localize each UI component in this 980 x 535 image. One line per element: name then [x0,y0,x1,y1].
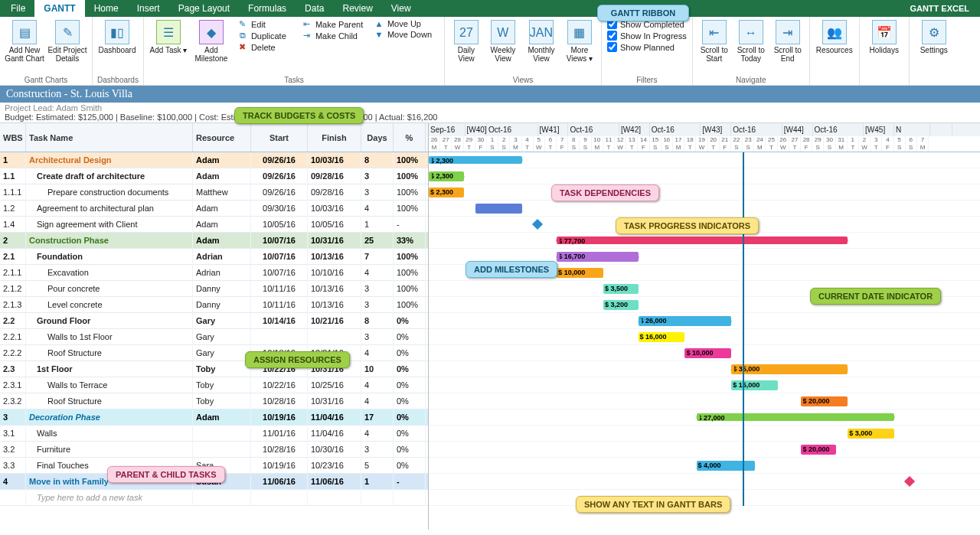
cell-finish[interactable]: 10/10/16 [308,265,361,281]
cell-days[interactable]: 1 [361,474,394,490]
cell-resource[interactable]: Gary [193,345,251,361]
cell-days[interactable]: 3 [361,329,394,345]
cell-finish[interactable]: 10/31/16 [308,393,361,409]
task-row[interactable]: 2.2Ground FloorGary10/14/1610/21/1680% [0,313,428,329]
cell-resource[interactable]: Adrian [193,249,251,265]
cell-pct[interactable]: - [394,217,426,233]
cell-taskname[interactable]: Prepare construction documents [26,184,193,201]
cell-resource[interactable] [193,426,251,442]
task-row[interactable]: 2.1.1ExcavationAdrian10/07/1610/10/16410… [0,265,428,281]
cell-days[interactable]: 5 [361,458,394,474]
gantt-bar[interactable]: $ 2,300 [429,188,464,197]
cell-taskname[interactable]: Furniture [26,442,193,458]
cell-days[interactable]: 3 [361,184,394,201]
cell-resource[interactable]: Adam [193,152,251,168]
delete-button[interactable]: ✖Delete [234,41,296,53]
col-task[interactable]: Task Name [26,123,193,152]
cell-pct[interactable]: 0% [394,458,426,474]
cell-pct[interactable]: 0% [394,345,426,361]
cell-pct[interactable]: 100% [394,201,426,217]
cell-resource[interactable]: Adam [193,409,251,426]
task-row[interactable]: 2.3.2Roof StructureToby10/28/1610/31/164… [0,393,428,409]
cell-pct[interactable]: 0% [394,329,426,345]
cell-pct[interactable]: 100% [394,168,426,184]
milestone-diamond[interactable] [532,219,543,230]
cell-start[interactable]: 10/28/16 [251,442,308,458]
more-views-button[interactable]: ▦More Views ▾ [563,18,596,63]
cell-taskname[interactable]: Pour concrete [26,281,193,297]
menu-gantt[interactable]: GANTT [34,0,84,17]
resources-button[interactable]: 👥Resources [815,18,854,54]
cell-taskname[interactable]: Roof Structure [26,345,193,361]
cell-finish[interactable] [308,329,361,345]
cell-taskname[interactable]: Architectural Design [26,152,193,168]
gantt-bar[interactable]: $ 20,000 [801,445,836,455]
cell-pct[interactable]: 0% [394,409,426,426]
cell-start[interactable]: 10/07/16 [251,265,308,281]
cell-days[interactable]: 8 [361,313,394,329]
task-row[interactable]: 1Architectural DesignAdam09/26/1610/03/1… [0,152,428,168]
menu-home[interactable]: Home [85,0,128,17]
col-finish[interactable]: Finish [308,123,361,152]
daily-view-button[interactable]: 27Daily View [449,18,483,63]
cell-days[interactable]: 4 [361,265,394,281]
gantt-bar[interactable]: $ 10,000 [557,268,603,278]
cell-taskname[interactable]: Foundation [26,249,193,265]
task-row[interactable]: 2Construction PhaseAdam10/07/1610/31/162… [0,233,428,249]
gantt-bar[interactable]: $ 2,300 [429,171,464,181]
cell-pct[interactable]: 0% [394,377,426,393]
cell-start[interactable]: 10/19/16 [251,458,308,474]
gantt-bar[interactable]: $ 35,000 [731,364,848,374]
cell-finish[interactable]: 10/03/16 [308,201,361,217]
cell-days[interactable] [361,490,394,506]
task-row[interactable]: 1.1.1Prepare construction documentsMatth… [0,184,428,201]
cell-start[interactable]: 10/11/16 [251,297,308,313]
cell-taskname[interactable]: Ground Floor [26,313,193,329]
cell-days[interactable]: 4 [361,201,394,217]
cell-finish[interactable] [308,490,361,506]
cell-start[interactable]: 10/07/16 [251,249,308,265]
cell-days[interactable]: 17 [361,409,394,426]
cell-taskname[interactable]: Excavation [26,265,193,281]
cell-resource[interactable]: Danny [193,297,251,313]
cell-finish[interactable]: 10/05/16 [308,217,361,233]
cell-taskname[interactable]: Walls to 1st Floor [26,329,193,345]
gantt-bar[interactable]: $ 26,000 [639,316,732,326]
gantt-bar[interactable]: $ 4,000 [697,461,755,471]
cell-pct[interactable]: 0% [394,426,426,442]
task-row[interactable]: 3.2Furniture10/28/1610/30/1630% [0,442,428,458]
cell-resource[interactable]: Toby [193,377,251,393]
cell-finish[interactable]: 10/31/16 [308,233,361,249]
task-row[interactable]: 2.1FoundationAdrian10/07/1610/13/167100% [0,249,428,265]
task-row[interactable]: 3.1Walls11/01/1611/04/1640% [0,426,428,442]
cell-resource[interactable]: Gary [193,313,251,329]
cell-start[interactable]: 10/07/16 [251,233,308,249]
cell-resource[interactable] [193,490,251,506]
edit-project-details-button[interactable]: ✎Edit Project Details [47,18,87,63]
gantt-bar[interactable]: $ 16,700 [557,252,638,262]
cell-pct[interactable]: 100% [394,184,426,201]
task-row[interactable]: 2.2.2Roof StructureGary10/18/1610/21/164… [0,345,428,361]
cell-finish[interactable]: 11/06/16 [308,474,361,490]
cell-pct[interactable]: 100% [394,249,426,265]
add-task-button[interactable]: ☰Add Task ▾ [149,18,188,54]
gantt-bar[interactable]: $ 3,000 [848,429,894,439]
cell-pct[interactable]: 100% [394,281,426,297]
make-parent-button[interactable]: ⇤Make Parent [299,18,368,30]
gantt-bar[interactable]: $ 16,000 [639,332,685,342]
move-down-button[interactable]: ▼Move Down [371,29,439,40]
cell-taskname[interactable]: Agreement to architectural plan [26,201,193,217]
cell-start[interactable]: 09/26/16 [251,184,308,201]
cell-taskname[interactable]: Walls to Terrace [26,377,193,393]
cell-finish[interactable]: 09/28/16 [308,168,361,184]
cell-taskname[interactable]: Walls [26,426,193,442]
cell-pct[interactable]: 100% [394,152,426,168]
cell-finish[interactable]: 10/13/16 [308,297,361,313]
col-days[interactable]: Days [361,123,394,152]
gantt-bar[interactable]: $ 3,500 [603,284,639,294]
gantt-bar[interactable]: $ 2,300 [429,156,522,164]
cell-start[interactable]: 09/30/16 [251,201,308,217]
task-row[interactable]: 1.1Create draft of architectureAdam09/26… [0,168,428,184]
cell-pct[interactable]: 100% [394,297,426,313]
cell-taskname[interactable]: 1st Floor [26,361,193,377]
